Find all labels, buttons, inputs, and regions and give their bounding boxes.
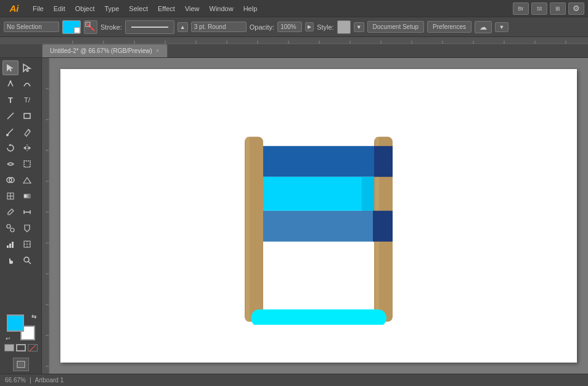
free-transform-btn[interactable] bbox=[19, 157, 35, 171]
tool-row-5 bbox=[2, 125, 39, 139]
svg-rect-72 bbox=[263, 177, 374, 211]
style-color-swatch[interactable] bbox=[337, 20, 351, 34]
warp-tool-btn[interactable] bbox=[2, 157, 18, 171]
svg-rect-75 bbox=[373, 211, 393, 242]
svg-marker-21 bbox=[23, 64, 30, 72]
stroke-arrow-up[interactable]: ▲ bbox=[178, 22, 188, 32]
tool-row-7 bbox=[2, 157, 39, 171]
gradient-icon bbox=[22, 191, 32, 201]
tab-title: Untitled-2* @ 66.67% (RGB/Preview) bbox=[50, 47, 152, 54]
type-tool-btn[interactable]: T bbox=[2, 92, 18, 107]
no-selection-select[interactable]: No Selection bbox=[4, 22, 59, 32]
menu-type[interactable]: Type bbox=[100, 3, 124, 14]
mesh-tool-btn[interactable] bbox=[2, 189, 18, 203]
menu-edit[interactable]: Edit bbox=[49, 3, 70, 14]
direct-selection-tool-btn[interactable] bbox=[19, 60, 35, 75]
stroke-svg bbox=[85, 22, 96, 33]
tab-close-button[interactable]: × bbox=[156, 47, 160, 54]
horizontal-ruler bbox=[42, 37, 588, 44]
measure-btn[interactable] bbox=[19, 205, 35, 220]
pencil-icon bbox=[22, 127, 32, 137]
opacity-input[interactable] bbox=[277, 22, 302, 32]
arrange-icon[interactable]: ▼ bbox=[495, 22, 508, 32]
artboard-icon-btn[interactable] bbox=[13, 358, 29, 371]
grid-icon-btn[interactable]: ⊞ bbox=[550, 2, 566, 15]
warp-icon bbox=[6, 159, 15, 169]
menu-view[interactable]: View bbox=[181, 3, 204, 14]
main-area: T T/ bbox=[0, 58, 588, 374]
pencil-tool-btn[interactable] bbox=[19, 125, 35, 139]
fill-icon-btn[interactable] bbox=[4, 344, 14, 351]
menu-file[interactable]: File bbox=[28, 3, 48, 14]
slice-tool-btn[interactable] bbox=[19, 237, 35, 252]
perspective-icon bbox=[22, 175, 32, 185]
touch-type-btn[interactable]: T/ bbox=[19, 92, 35, 107]
blend-tool-btn[interactable] bbox=[2, 221, 18, 236]
document-setup-button[interactable]: Document Setup bbox=[367, 21, 425, 33]
illustration-svg bbox=[214, 115, 423, 325]
pen-tool-btn[interactable] bbox=[2, 76, 18, 91]
stroke-icon[interactable] bbox=[84, 20, 97, 34]
menu-select[interactable]: Select bbox=[125, 3, 152, 14]
status-zoom: 66.67% bbox=[5, 377, 26, 384]
bridge-icon-btn[interactable]: Br bbox=[513, 2, 529, 15]
adobe-icon-btn[interactable]: ⚙ bbox=[568, 2, 584, 15]
svg-point-43 bbox=[10, 228, 14, 232]
stroke-width-select[interactable]: 3 pt. Round bbox=[191, 22, 247, 32]
none-icon-btn[interactable] bbox=[28, 344, 38, 351]
menu-object[interactable]: Object bbox=[71, 3, 99, 14]
artboard-icon bbox=[16, 360, 26, 369]
hand-tool-btn[interactable] bbox=[2, 253, 18, 268]
fill-color-swatch[interactable] bbox=[62, 20, 81, 34]
gradient-tool-btn[interactable] bbox=[19, 189, 35, 203]
perspective-grid-btn[interactable] bbox=[19, 173, 35, 187]
reflect-tool-btn[interactable] bbox=[19, 141, 35, 155]
document-tab[interactable]: Untitled-2* @ 66.67% (RGB/Preview) × bbox=[42, 44, 168, 57]
opacity-arrow[interactable]: ▶ bbox=[305, 22, 314, 31]
reset-colors-btn[interactable]: ↩ bbox=[6, 335, 10, 342]
blend-icon bbox=[6, 223, 15, 233]
rectangle-tool-btn[interactable] bbox=[19, 109, 35, 123]
preferences-button[interactable]: Preferences bbox=[427, 21, 472, 33]
swap-colors-btn[interactable]: ⇆ bbox=[31, 313, 36, 320]
ruler-h-svg bbox=[42, 37, 588, 44]
foreground-color-swatch[interactable] bbox=[7, 314, 24, 332]
svg-marker-30 bbox=[28, 146, 31, 150]
app-icons-group: Br St ⊞ ⚙ bbox=[513, 2, 584, 15]
stroke-icon-btn[interactable] bbox=[16, 344, 26, 351]
tool-row-9 bbox=[2, 189, 39, 203]
stock-icon-btn[interactable]: St bbox=[531, 2, 547, 15]
style-arrow[interactable]: ▼ bbox=[354, 22, 364, 32]
svg-rect-45 bbox=[7, 245, 9, 248]
rectangle-icon bbox=[22, 111, 32, 121]
pen-icon bbox=[6, 79, 15, 89]
curvature-tool-btn[interactable] bbox=[19, 76, 35, 91]
curvature-icon bbox=[22, 79, 32, 89]
stroke-line-input[interactable] bbox=[125, 20, 174, 34]
opacity-label: Opacity: bbox=[250, 23, 274, 31]
selection-tool-btn[interactable] bbox=[2, 60, 18, 75]
live-paint-btn[interactable] bbox=[19, 221, 35, 236]
shape-builder-btn[interactable] bbox=[2, 173, 18, 187]
status-info: Artboard 1 bbox=[35, 377, 64, 384]
svg-rect-46 bbox=[9, 244, 11, 248]
column-graph-btn[interactable] bbox=[2, 237, 18, 252]
canvas-area bbox=[49, 58, 588, 374]
eyedropper-btn[interactable] bbox=[2, 205, 18, 220]
free-transform-icon bbox=[22, 159, 32, 169]
cloud-icon[interactable]: ☁ bbox=[475, 21, 492, 33]
svg-rect-71 bbox=[374, 146, 393, 177]
tool-row-12 bbox=[2, 237, 39, 252]
menu-effect[interactable]: Effect bbox=[153, 3, 179, 14]
paintbrush-tool-btn[interactable] bbox=[2, 125, 18, 139]
line-tool-btn[interactable] bbox=[2, 109, 18, 123]
graph-icon bbox=[6, 239, 15, 249]
menu-window[interactable]: Window bbox=[205, 3, 238, 14]
svg-rect-70 bbox=[263, 146, 374, 177]
menu-bar: Ai File Edit Object Type Select Effect V… bbox=[0, 0, 588, 17]
menu-help[interactable]: Help bbox=[239, 3, 262, 14]
status-bar: 66.67% | Artboard 1 bbox=[0, 374, 588, 386]
rotate-icon bbox=[6, 143, 15, 153]
zoom-tool-btn[interactable] bbox=[19, 253, 35, 268]
rotate-tool-btn[interactable] bbox=[2, 141, 18, 155]
